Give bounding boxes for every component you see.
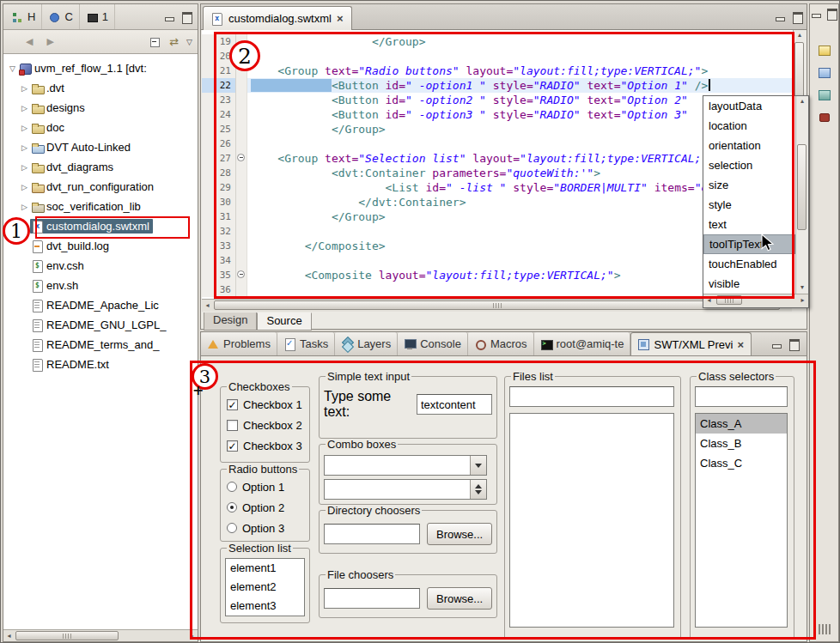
- tree-item-readme-apache-lic[interactable]: README_Apache_Lic: [3, 295, 198, 315]
- collapsed-arrow-icon[interactable]: ▷: [19, 143, 30, 152]
- file-input[interactable]: [324, 588, 420, 609]
- spinner-icon[interactable]: [470, 480, 486, 499]
- radio-icon[interactable]: [227, 523, 237, 533]
- files-list[interactable]: [509, 413, 674, 628]
- scroll-left-icon[interactable]: ◂: [3, 630, 15, 641]
- tab-root-amiq-te[interactable]: root@amiq-te: [534, 332, 631, 355]
- scroll-left-icon[interactable]: ◂: [703, 294, 715, 307]
- back-icon[interactable]: ◀: [26, 36, 33, 47]
- checkbox-icon[interactable]: ✓: [227, 440, 238, 452]
- minimized-view-icon[interactable]: [817, 66, 832, 80]
- scroll-up-icon[interactable]: ▴: [796, 96, 808, 107]
- tree-item-readme-gnu-lgpl[interactable]: README_GNU_LGPL_: [3, 315, 198, 335]
- tree-item-dvt-build-log[interactable]: dvt_build.log: [3, 236, 198, 256]
- list-item-class-a[interactable]: Class_A: [696, 414, 787, 434]
- tree-item-doc[interactable]: ▷doc: [3, 118, 198, 137]
- tree-item-dvt[interactable]: ▷.dvt: [3, 78, 198, 98]
- maximize-button[interactable]: [788, 338, 800, 350]
- combo-box-1[interactable]: [324, 455, 487, 476]
- fold-collapse-icon[interactable]: [237, 270, 245, 278]
- view-menu-icon[interactable]: ▽: [186, 38, 192, 46]
- view-tab-c[interactable]: C: [42, 4, 79, 29]
- collapsed-arrow-icon[interactable]: ▷: [19, 84, 30, 93]
- list-item-class-c[interactable]: Class_C: [696, 453, 787, 473]
- tree-item-env-sh[interactable]: env.sh: [3, 276, 198, 295]
- collapsed-arrow-icon[interactable]: ▷: [19, 163, 30, 172]
- assist-item-selection[interactable]: selection: [703, 155, 795, 175]
- scroll-right-icon[interactable]: ▸: [186, 630, 198, 641]
- tree-item-soc-verification-lib[interactable]: ▷soc_verification_lib: [3, 197, 198, 216]
- minimized-view-icon[interactable]: [817, 111, 832, 124]
- tab-problems[interactable]: Problems: [201, 332, 277, 355]
- scroll-down-icon[interactable]: ▾: [796, 282, 808, 294]
- tree-item-dvt-auto-linked[interactable]: ▷DVT Auto-Linked: [3, 137, 198, 157]
- scroll-up-icon[interactable]: ▴: [794, 30, 806, 41]
- scroll-right-icon[interactable]: ▸: [797, 294, 808, 307]
- code-line-20[interactable]: 20: [202, 49, 793, 64]
- browse-directory-button[interactable]: Browse...: [427, 523, 492, 545]
- tree-item-env-csh[interactable]: env.csh: [3, 256, 198, 276]
- maximize-button[interactable]: [180, 11, 193, 23]
- tree-item-readme-txt[interactable]: README.txt: [3, 355, 198, 374]
- tree-item-designs[interactable]: ▷designs: [3, 98, 198, 118]
- simple-text-input[interactable]: [417, 394, 492, 415]
- minimized-view-icon[interactable]: [817, 88, 832, 102]
- chevron-down-icon[interactable]: [470, 456, 486, 475]
- tab-tasks[interactable]: Tasks: [277, 332, 335, 355]
- close-tab-icon[interactable]: ×: [736, 339, 745, 350]
- collapse-all-icon[interactable]: [149, 36, 161, 48]
- minimize-button[interactable]: [810, 8, 821, 20]
- assist-item-size[interactable]: size: [703, 175, 795, 195]
- code-line-19[interactable]: 19 </Group>: [202, 34, 793, 49]
- list-item-class-b[interactable]: Class_B: [696, 434, 787, 453]
- assist-item-touchenabled[interactable]: touchEnabled: [703, 254, 795, 274]
- directory-input[interactable]: [324, 524, 420, 544]
- assist-hscrollbar[interactable]: ◂ ▸: [703, 294, 808, 307]
- class-list[interactable]: Class_AClass_BClass_C: [695, 413, 788, 628]
- collapsed-arrow-icon[interactable]: ▷: [19, 203, 30, 211]
- radio-icon[interactable]: [227, 502, 237, 513]
- class-filter-input[interactable]: [695, 386, 788, 407]
- view-tab-1[interactable]: 1: [80, 4, 115, 29]
- collapsed-arrow-icon[interactable]: ▷: [19, 124, 30, 132]
- assist-vscrollbar[interactable]: ▴ ▾: [795, 96, 808, 294]
- tab-swt-xml-previ[interactable]: SWT/XML Previ×: [630, 332, 752, 355]
- scrollbar-thumb[interactable]: [797, 144, 807, 230]
- tree-item-uvm-ref-flow-1-1-dvt[interactable]: ▽uvm_ref_flow_1.1 [dvt:: [3, 58, 198, 78]
- checkbox-icon[interactable]: ✓: [227, 399, 238, 410]
- grid-icon[interactable]: [817, 622, 832, 636]
- checkbox-icon[interactable]: [227, 420, 238, 431]
- tree-item-readme-terms-and[interactable]: README_terms_and_: [3, 335, 198, 355]
- combo-box-2[interactable]: [324, 479, 487, 500]
- editor-tab-customdialog[interactable]: customdialog.swtxml ×: [203, 6, 352, 30]
- code-line-21[interactable]: 21 <Group text="Radio buttons" layout="l…: [202, 64, 793, 78]
- close-tab-icon[interactable]: ×: [336, 13, 344, 24]
- tab-console[interactable]: Console: [398, 332, 468, 355]
- maximize-button[interactable]: [825, 8, 837, 20]
- scrollbar-thumb[interactable]: [15, 631, 119, 640]
- selection-list[interactable]: element1element2element3: [225, 558, 305, 616]
- link-with-editor-icon[interactable]: ⇄: [169, 35, 179, 48]
- assist-item-location[interactable]: location: [703, 116, 795, 136]
- forward-icon[interactable]: ▶: [46, 36, 53, 47]
- tab-macros[interactable]: Macros: [468, 332, 534, 355]
- tree-item-dvt-diagrams[interactable]: ▷dvt_diagrams: [3, 157, 198, 177]
- minimized-view-icon[interactable]: [817, 44, 832, 58]
- minimize-button[interactable]: [163, 11, 176, 23]
- radio-icon[interactable]: [227, 482, 237, 492]
- scroll-left-icon[interactable]: ◂: [202, 300, 213, 312]
- code-line-22[interactable]: 22 <Button id=" -option1 " style="RADIO"…: [202, 78, 793, 93]
- assist-item-visible[interactable]: visible: [703, 274, 795, 294]
- assist-item-style[interactable]: style: [703, 195, 795, 215]
- tab-source[interactable]: Source: [257, 312, 311, 331]
- scrollbar-thumb[interactable]: [716, 295, 742, 305]
- list-item-element1[interactable]: element1: [226, 559, 304, 578]
- tree-item-dvt-run-configuration[interactable]: ▷dvt_run_configuration: [3, 177, 198, 197]
- assist-item-tooltiptext[interactable]: toolTipText: [703, 234, 795, 254]
- minimize-button[interactable]: [770, 338, 783, 350]
- assist-item-text[interactable]: text: [703, 215, 795, 234]
- minimize-button[interactable]: [774, 11, 787, 23]
- assist-item-orientation[interactable]: orientation: [703, 136, 795, 155]
- scrollbar-thumb[interactable]: [214, 300, 780, 310]
- browse-file-button[interactable]: Browse...: [427, 587, 492, 610]
